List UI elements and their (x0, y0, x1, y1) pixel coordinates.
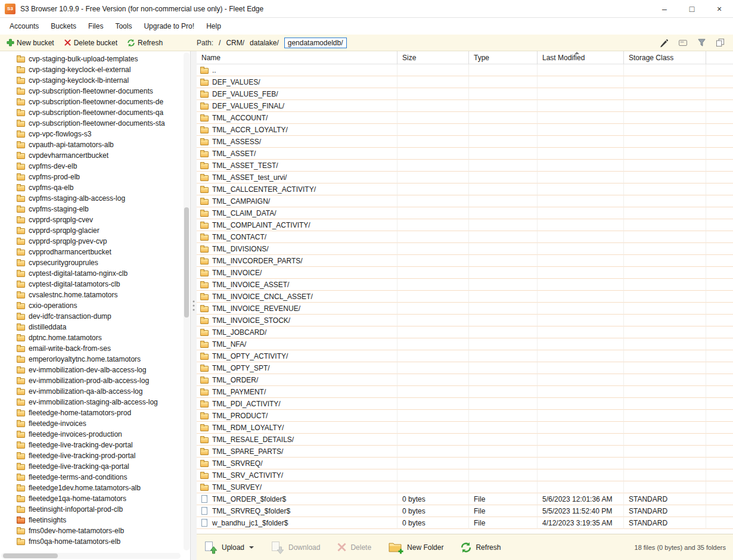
file-row[interactable]: TML_SURVEY/ (197, 481, 733, 493)
file-row[interactable]: TML_INVOICE_STOCK/ (197, 315, 733, 326)
file-row[interactable]: TML_RESALE_DETAILS/ (197, 434, 733, 446)
bucket-item[interactable]: dptnc.home.tatamotors (0, 332, 190, 343)
bucket-item[interactable]: cvsalestnc.home.tatamotors (0, 290, 190, 300)
file-row[interactable]: TML_ACCR_LOYALTY/ (197, 124, 733, 136)
sidebar-vertical-scrollbar-thumb[interactable] (184, 207, 189, 318)
file-row[interactable]: TML_PAYMENT/ (197, 386, 733, 398)
bucket-item[interactable]: cvp-vpc-flowlogs-s3 (0, 129, 190, 139)
file-row[interactable]: DEF_VALUES/ (197, 76, 733, 88)
path-segment-datalake[interactable]: datalake/ (250, 39, 279, 47)
bucket-item[interactable]: ev-immobilization-qa-alb-access-log (0, 386, 190, 397)
file-row[interactable]: TML_ASSESS/ (197, 136, 733, 148)
bucket-item[interactable]: cvpsecuritygrouprules (0, 257, 190, 268)
path-segment-root[interactable]: / (219, 39, 220, 47)
minimize-button[interactable]: – (651, 0, 678, 17)
filter-funnel-icon[interactable] (697, 38, 706, 47)
delete-bucket-button[interactable]: Delete bucket (61, 38, 120, 48)
bucket-item[interactable]: cvpfms-qa-elb (0, 182, 190, 193)
column-header-size[interactable]: Size (397, 51, 469, 64)
new-bucket-button[interactable]: New bucket (4, 38, 57, 48)
sidebar-vertical-scrollbar[interactable] (184, 52, 190, 550)
download-button[interactable]: Download (271, 541, 320, 554)
file-row[interactable]: TML_SPARE_PARTS/ (197, 446, 733, 458)
file-row[interactable]: TML_RDM_LOYALTY/ (197, 422, 733, 434)
file-row[interactable]: TML_OPTY_SPT/ (197, 362, 733, 374)
column-header-name[interactable]: Name (197, 51, 397, 64)
file-row[interactable]: TML_ASSET_test_urvi/ (197, 172, 733, 183)
bucket-item[interactable]: fleetedge-live-tracking-dev-portal (0, 440, 190, 450)
new-folder-button[interactable]: New Folder (388, 540, 443, 554)
file-row[interactable]: TML_INVOICE_CNCL_ASSET/ (197, 291, 733, 303)
file-row[interactable]: TML_PDI_ACTIVITY/ (197, 398, 733, 410)
upload-button[interactable]: Upload (204, 541, 254, 554)
file-row[interactable]: TML_CLAIM_DATA/ (197, 207, 733, 219)
bucket-item[interactable]: emperorloyaltytnc.home.tatamotors (0, 354, 190, 365)
bucket-item[interactable]: cvp-subscription-fleetowner-documents (0, 86, 190, 97)
bucket-item[interactable]: cvpauth-api-tatamotors-alb (0, 139, 190, 150)
bucket-item[interactable]: ev-immobilization-dev-alb-access-log (0, 365, 190, 375)
file-row[interactable]: TML_INVOICE_ASSET/ (197, 279, 733, 291)
file-row[interactable]: TML_CAMPAIGN/ (197, 195, 733, 207)
bucket-item[interactable]: cvpfms-staging-elb (0, 204, 190, 214)
bucket-item[interactable]: fleetedge-terms-and-conditions (0, 472, 190, 483)
bucket-item[interactable]: cvp-staging-keyclock-el-external (0, 64, 190, 75)
bucket-item[interactable]: fleetedge-live-tracking-prod-portal (0, 450, 190, 461)
bucket-item[interactable]: cvp-subscription-fleetowner-documents-qa (0, 107, 190, 118)
bucket-item[interactable]: cvptest-digital-tatamotors-clb (0, 279, 190, 290)
file-row[interactable]: TML_OPTY_ACTIVITY/ (197, 350, 733, 362)
bucket-item[interactable]: cvpfms-staging-alb-access-log (0, 193, 190, 204)
file-row[interactable]: TML_ASSET_TEST/ (197, 160, 733, 172)
edit-pencil-icon[interactable] (659, 38, 669, 48)
file-row[interactable]: TML_COMPLAINT_ACTIVITY/ (197, 219, 733, 231)
sidebar-horizontal-scrollbar-thumb[interactable] (3, 553, 58, 558)
file-row[interactable]: TML_INVCORDER_PARTS/ (197, 255, 733, 267)
file-row[interactable]: w_bandhu_jc1_$folder$ 0 bytes File 4/12/… (197, 517, 733, 529)
bucket-item[interactable]: dev-idfc-transaction-dump (0, 311, 190, 322)
file-row[interactable]: TML_ORDER_$folder$ 0 bytes File 5/6/2023… (197, 493, 733, 505)
bucket-item[interactable]: cvpprodharmancertbucket (0, 247, 190, 257)
bucket-item[interactable]: cvpprd-sprqplg-cvev (0, 214, 190, 225)
bucket-item[interactable]: fms0dev-home-tatamotors-elb (0, 525, 190, 536)
bucket-item[interactable]: fleetedge-home-tatamotors-prod (0, 407, 190, 418)
file-row[interactable]: DEF_VALUES_FINAL/ (197, 100, 733, 112)
menu-upgrade-to-pro[interactable]: Upgrade to Pro! (138, 19, 200, 33)
column-header-type[interactable]: Type (469, 51, 538, 64)
menu-tools[interactable]: Tools (109, 19, 138, 33)
bucket-item[interactable]: cvp-subscription-fleetowner-documents-st… (0, 118, 190, 129)
bucket-item[interactable]: fleetedge-invoices-production (0, 429, 190, 440)
bucket-item[interactable]: fms0qa-home-tatamotors-elb (0, 536, 190, 547)
file-row[interactable]: TML_CONTACT/ (197, 231, 733, 243)
bucket-item[interactable]: fleetedge-live-tracking-qa-portal (0, 461, 190, 472)
column-header-storage-class[interactable]: Storage Class (624, 51, 706, 64)
file-row[interactable]: TML_SRVREQ/ (197, 458, 733, 469)
bucket-item[interactable]: cvptest-digital-tatamo-nginx-clb (0, 268, 190, 279)
preview-panel-icon[interactable] (678, 38, 688, 48)
bucket-item[interactable]: email-write-back-from-ses (0, 343, 190, 354)
bucket-item[interactable]: cvpprd-sprqplg-pvev-cvp (0, 236, 190, 247)
maximize-button[interactable]: □ (678, 0, 706, 17)
file-row[interactable]: TML_ACCOUNT/ (197, 112, 733, 124)
bucket-item[interactable]: cvp-staging-keyclock-lb-internal (0, 75, 190, 86)
bucket-item[interactable]: fleetedge-invoices (0, 418, 190, 429)
file-row[interactable]: TML_SRV_ACTIVITY/ (197, 469, 733, 481)
column-header-last-modified[interactable]: Last Modified (538, 51, 624, 64)
menu-help[interactable]: Help (200, 19, 227, 33)
copy-icon[interactable] (716, 38, 725, 47)
bucket-item[interactable]: fleetinsight-infoportal-prod-clb (0, 504, 190, 515)
file-row[interactable]: TML_ORDER/ (197, 374, 733, 386)
file-row[interactable]: DEF_VALUES_FEB/ (197, 88, 733, 100)
bucket-item[interactable]: ev-immobilization-prod-alb-access-log (0, 375, 190, 386)
file-row[interactable]: TML_INVOICE_REVENUE/ (197, 303, 733, 315)
path-segment-crm[interactable]: CRM/ (226, 39, 244, 47)
bucket-item[interactable]: distilleddata (0, 322, 190, 332)
bucket-item[interactable]: cvpprd-sprqplg-glacier (0, 225, 190, 236)
bucket-item[interactable]: ev-immobilization-staging-alb-access-log (0, 397, 190, 407)
menu-files[interactable]: Files (82, 19, 109, 33)
file-row[interactable]: TML_NFA/ (197, 338, 733, 350)
bucket-item[interactable]: cvpfms-dev-elb (0, 161, 190, 172)
panel-splitter[interactable] (191, 51, 197, 560)
bucket-item[interactable]: fleetinsights (0, 515, 190, 525)
refresh-files-button[interactable]: Refresh (460, 542, 501, 553)
file-row[interactable]: TML_DIVISIONS/ (197, 243, 733, 255)
file-row[interactable]: .. (197, 64, 733, 76)
